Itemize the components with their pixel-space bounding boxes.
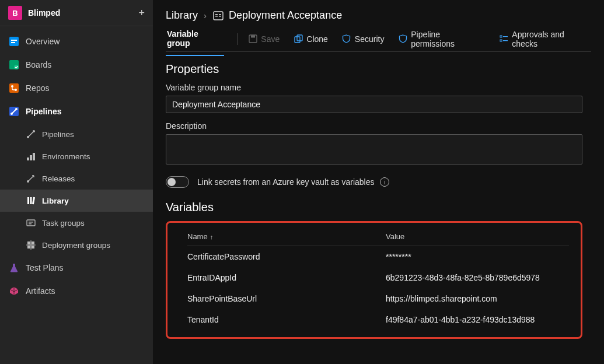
description-input[interactable] [166,134,582,164]
test-plans-icon [8,262,20,274]
var-value: 6b291223-48d3-48fa-82e5-8b789e6d5978 [386,273,569,282]
tabbar-divider [237,33,238,45]
add-project-icon[interactable]: + [138,7,145,19]
svg-rect-0 [9,37,19,46]
nav-overview[interactable]: Overview [0,30,153,53]
shield-icon [398,34,407,44]
svg-rect-13 [27,158,29,160]
pipeline-permissions-label: Pipeline permissions [411,30,485,48]
svg-rect-18 [30,197,32,204]
svg-rect-2 [11,42,15,43]
variable-group-name-input[interactable] [166,96,582,113]
svg-point-10 [15,108,18,110]
overview-icon [8,36,20,47]
table-row[interactable]: TenantId f49f84a7-ab01-4bb1-a232-f493dc1… [187,309,569,330]
svg-rect-30 [219,14,221,15]
table-row[interactable]: SharePointBaseUrl https://blimped.sharep… [187,288,569,309]
nav-sub-pipelines[interactable]: Pipelines [0,123,153,145]
var-name: TenantId [187,315,386,324]
nav-task-groups-label: Task groups [42,219,85,228]
main-content: Library › Deployment Acceptance Variable… [153,0,604,364]
breadcrumb: Library › Deployment Acceptance [166,9,591,22]
nav-library-label: Library [42,197,69,205]
var-value: f49f84a7-ab01-4bb1-a232-f493dc13d988 [386,315,569,324]
var-name: SharePointBaseUrl [187,294,386,303]
nav-environments[interactable]: Environments [0,145,153,167]
svg-rect-38 [500,40,502,41]
var-name: EntraIDAppId [187,273,386,282]
svg-point-16 [27,180,29,183]
boards-icon [8,59,20,71]
svg-point-11 [27,136,29,138]
clone-label: Clone [306,34,328,44]
task-groups-icon [26,218,36,228]
nav-artifacts[interactable]: Artifacts [0,279,153,303]
svg-point-9 [11,113,13,115]
nav-library[interactable]: Library [0,190,153,212]
column-name[interactable]: Name ↑ [187,232,386,241]
environments-icon [26,151,36,162]
nav-releases[interactable]: Releases [0,167,153,190]
sub-pipelines-icon [26,129,36,139]
approvals-label: Approvals and checks [512,30,591,48]
svg-point-4 [14,65,19,69]
svg-rect-27 [214,12,223,20]
nav-deployment-groups[interactable]: Deployment groups [0,234,153,256]
project-name: Blimped [28,8,138,18]
nav-boards-label: Boards [26,60,51,69]
clone-icon [294,34,303,44]
link-secrets-label: Link secrets from an Azure key vault as … [197,177,374,187]
svg-rect-21 [29,222,33,223]
clone-button[interactable]: Clone [294,34,328,44]
description-label: Description [166,121,591,131]
link-secrets-toggle[interactable] [166,176,189,188]
nav-task-groups[interactable]: Task groups [0,212,153,234]
pipeline-permissions-button[interactable]: Pipeline permissions [398,30,485,48]
nav-overview-label: Overview [26,37,60,46]
nav-repos-label: Repos [26,83,49,93]
nav-repos[interactable]: Repos [0,76,153,100]
checklist-icon [499,34,508,44]
tab-variable-group[interactable]: Variable group [166,22,224,56]
variables-table: Name ↑ Value CertificatePassword *******… [166,221,582,339]
nav-boards[interactable]: Boards [0,53,153,76]
nav-deployment-groups-label: Deployment groups [42,241,110,250]
nav-test-plans-label: Test Plans [26,263,64,272]
info-icon[interactable]: i [380,177,389,187]
nav-pipelines[interactable]: Pipelines [0,100,153,123]
project-header[interactable]: B Blimped + [0,0,153,26]
svg-rect-31 [219,16,221,17]
nav: Overview Boards Repos Pipelines Pipeline… [0,26,153,303]
save-icon [248,34,257,44]
svg-rect-36 [500,36,502,37]
approvals-button[interactable]: Approvals and checks [499,30,591,48]
table-row[interactable]: EntraIDAppId 6b291223-48d3-48fa-82e5-8b7… [187,267,569,288]
variable-group-name-label: Variable group name [166,83,591,92]
var-name: CertificatePassword [187,252,386,261]
breadcrumb-root[interactable]: Library [166,9,198,22]
deployment-groups-icon [26,240,36,250]
svg-rect-23 [27,242,30,244]
link-secrets-row: Link secrets from an Azure key vault as … [166,176,591,188]
shield-icon [342,34,351,44]
svg-rect-14 [30,155,32,160]
nav-sub-pipelines-label: Pipelines [42,130,74,139]
properties-heading: Properties [166,62,591,76]
security-button[interactable]: Security [342,34,385,44]
variables-header-row: Name ↑ Value [187,228,569,246]
project-badge: B [8,6,22,20]
svg-rect-28 [215,14,218,15]
svg-rect-1 [11,40,17,41]
svg-rect-39 [503,40,508,41]
save-button: Save [248,34,280,44]
column-value[interactable]: Value [386,232,569,241]
variables-heading: Variables [166,201,591,214]
nav-artifacts-label: Artifacts [26,286,55,296]
svg-point-12 [33,130,35,132]
nav-test-plans[interactable]: Test Plans [0,256,153,279]
releases-icon [26,173,36,184]
table-row[interactable]: CertificatePassword ******** [187,246,569,267]
svg-rect-19 [32,197,35,204]
svg-rect-33 [251,36,255,38]
breadcrumb-separator: › [204,10,207,20]
